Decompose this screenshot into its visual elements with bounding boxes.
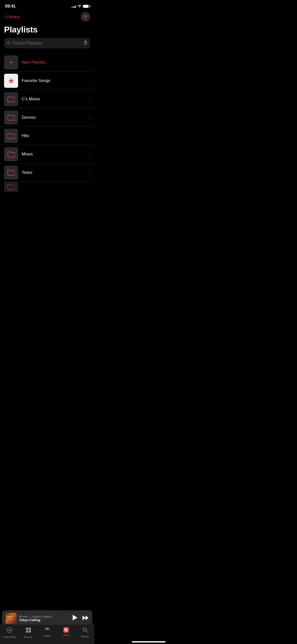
signal-icon [71, 5, 76, 8]
favorite-songs-item[interactable]: ★ Favorite Songs › [0, 72, 94, 90]
folder-icon [7, 169, 15, 176]
search-bar[interactable] [4, 38, 90, 48]
folder-icon [7, 151, 15, 157]
cs-mixes-label: C's Mixes [22, 97, 87, 102]
filter-button[interactable] [81, 12, 90, 22]
search-input[interactable] [13, 41, 82, 46]
favorite-songs-label: Favorite Songs [22, 78, 87, 83]
new-playlist-label: New Playlist... [22, 60, 49, 65]
back-label: Library [7, 14, 20, 19]
status-time: 09:41 [5, 4, 16, 9]
svg-line-1 [10, 44, 11, 45]
mixes-item[interactable]: Mixes › [0, 145, 94, 164]
back-button[interactable]: ‹ Library [4, 14, 20, 20]
search-icon [7, 41, 11, 45]
years-item[interactable]: Years › [0, 164, 94, 182]
filter-icon [83, 16, 88, 18]
mic-icon[interactable] [84, 40, 87, 46]
hits-thumbnail [4, 129, 18, 143]
hits-item[interactable]: Hits › [0, 127, 94, 145]
star-icon: ★ [8, 76, 15, 86]
svg-rect-2 [85, 41, 86, 43]
back-chevron-icon: ‹ [4, 14, 6, 20]
page-title: Playlists [0, 24, 94, 38]
mixes-thumbnail [4, 147, 18, 161]
years-thumbnail [4, 166, 18, 180]
favorite-songs-thumbnail: ★ [4, 74, 18, 88]
chevron-right-icon: › [89, 134, 90, 138]
cs-mixes-item[interactable]: C's Mixes › [0, 90, 94, 108]
partial-thumbnail [4, 182, 18, 192]
new-playlist-item[interactable]: + New Playlist... [0, 53, 94, 72]
chevron-right-icon: › [89, 152, 90, 156]
chevron-right-icon: › [89, 171, 90, 175]
partial-item [0, 182, 94, 192]
folder-icon [7, 184, 15, 190]
genres-label: Genres [22, 115, 87, 120]
folder-icon [7, 96, 15, 102]
new-playlist-thumbnail: + [4, 55, 18, 69]
wifi-icon [77, 4, 81, 8]
cs-mixes-thumbnail [4, 92, 18, 106]
genres-item[interactable]: Genres › [0, 108, 94, 127]
mixes-label: Mixes [22, 152, 87, 157]
chevron-right-icon: › [89, 115, 90, 119]
chevron-right-icon: › [89, 79, 90, 83]
folder-icon [7, 114, 15, 121]
battery-icon [83, 5, 89, 8]
genres-thumbnail [4, 110, 18, 125]
years-label: Years [22, 170, 87, 175]
chevron-right-icon: › [89, 97, 90, 101]
hits-label: Hits [22, 133, 87, 138]
folder-icon [7, 133, 15, 139]
playlist-list: + New Playlist... ★ Favorite Songs › C's… [0, 53, 94, 192]
status-bar: 09:41 [0, 0, 94, 11]
nav-bar: ‹ Library [0, 11, 94, 24]
plus-icon: + [9, 59, 13, 66]
status-icons [71, 4, 89, 8]
